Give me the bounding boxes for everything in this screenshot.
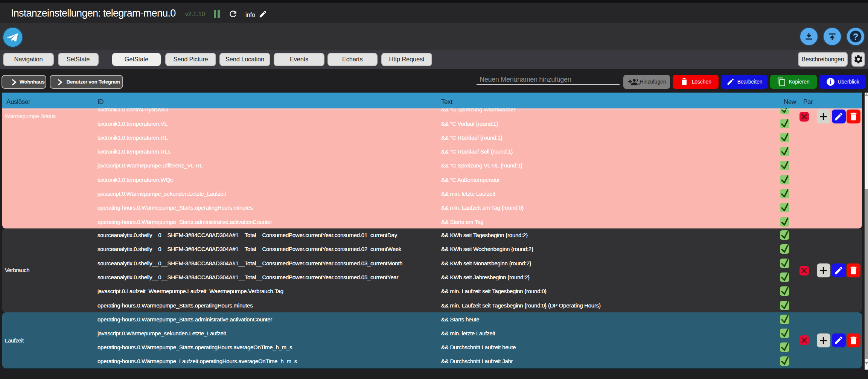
svg-text:?: ? [853, 32, 858, 42]
